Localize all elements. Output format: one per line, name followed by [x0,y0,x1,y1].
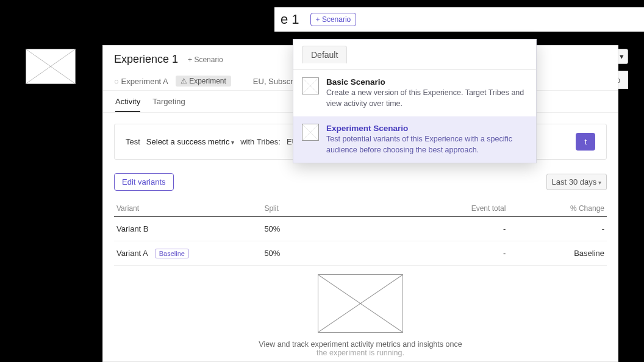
backlayer-titlebar: e 1 + Scenario [274,7,644,32]
variants-table: Variant Split Event total % Change Varia… [114,201,607,266]
variant-pct-change: - [508,217,607,241]
variant-event-total: - [410,217,509,241]
empty-line-2: the experiment is running. [103,349,618,357]
tab-activity[interactable]: Activity [115,97,140,112]
scenario-option-experiment[interactable]: Experiment Scenario Test potential varia… [293,116,536,163]
with-tribes-label: with Tribes: [240,137,281,146]
scenario-basic-desc: Create a new version of this Experience.… [326,88,528,109]
success-metric-select[interactable]: Select a success metric [146,137,234,146]
start-experiment-button[interactable]: t [576,133,595,151]
experience-title: Experience 1 [114,53,178,66]
scenario-basic-icon [302,77,319,94]
empty-illustration [318,274,403,333]
experiment-badge: ⚠ Experiment [176,76,231,87]
scenario-option-basic[interactable]: Basic Scenario Create a new version of t… [293,70,536,116]
col-variant: Variant [114,201,262,217]
variant-split: 50% [262,217,409,241]
time-range-select[interactable]: Last 30 days [546,174,607,190]
variant-name: Variant A [116,249,148,258]
empty-line-1: View and track experiment activity metri… [103,340,618,349]
scenario-menu: Default Basic Scenario Create a new vers… [293,39,537,163]
add-scenario-link[interactable]: + Scenario [188,55,223,64]
empty-state: View and track experiment activity metri… [103,266,618,362]
add-scenario-pill[interactable]: + Scenario [310,13,357,26]
col-event-total: Event total [410,201,509,217]
scenario-basic-title: Basic Scenario [326,77,528,87]
scenario-experiment-icon [302,124,319,141]
baseline-badge: Baseline [155,249,189,258]
scenario-experiment-desc: Test potential variants of this Experien… [326,134,528,155]
variant-split: 50% [262,241,409,266]
col-pct-change: % Change [508,201,607,217]
variant-name: Variant B [116,224,149,233]
tab-targeting[interactable]: Targeting [152,97,185,112]
scenario-menu-header: Default [293,40,536,70]
variant-event-total: - [410,241,509,266]
edit-variants-button[interactable]: Edit variants [114,173,174,191]
backlayer-title-fragment: e 1 [281,12,299,27]
experiment-name[interactable]: Experiment A [114,77,168,86]
variant-pct-change: Baseline [508,241,607,266]
scenario-default-tab[interactable]: Default [302,46,347,63]
table-row: Variant A Baseline 50% - Baseline [114,241,607,266]
metric-prefix: Test [126,137,140,146]
col-split: Split [262,201,409,217]
variants-controls: Edit variants Last 30 days [103,160,618,197]
table-row: Variant B 50% - - [114,217,607,241]
logo-placeholder [26,49,76,84]
scenario-experiment-title: Experiment Scenario [326,124,528,133]
